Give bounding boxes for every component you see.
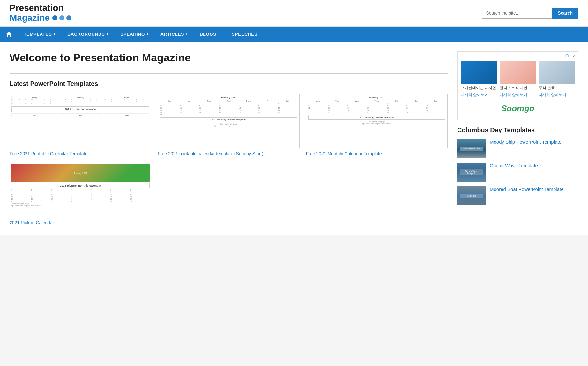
- nav-plus-blogs: +: [218, 32, 220, 37]
- columbus-item-ocean-wave[interactable]: Ocean Wave Template Ocean Wave Template: [457, 163, 578, 182]
- ad-item-2: 일러스트 디자인 자세히 알아보기: [500, 61, 536, 98]
- nav-item-articles[interactable]: ARTICLES +: [155, 27, 194, 41]
- ad-item-3: 주택 건축 자세히 알아보기: [539, 61, 575, 98]
- thumb-printable-cal: January SMTWTFS 12 3456789 February: [10, 94, 151, 148]
- nav-item-templates[interactable]: TEMPLATES +: [18, 27, 62, 41]
- main-wrapper: Welcome to Presentation Magazine Latest …: [0, 42, 588, 235]
- nav-label-backgrounds: BACKGROUNDS: [67, 32, 105, 37]
- ad-text-2: 일러스트 디자인: [500, 86, 536, 91]
- columbus-section: Columbus Day Templates Presentation Titl…: [457, 126, 578, 205]
- nav-plus-speaking: +: [146, 32, 149, 37]
- columbus-item-title-moody-ship: Moody Ship PowerPoint Template: [490, 139, 562, 145]
- nav-label-templates: TEMPLATES: [24, 32, 52, 37]
- nav-plus-articles: +: [185, 32, 188, 37]
- dot-2: [59, 15, 64, 20]
- nav-label-blogs: BLOGS: [200, 32, 216, 37]
- ad-text-3: 주택 건축: [539, 86, 575, 91]
- search-input[interactable]: [482, 8, 552, 19]
- ad-link-2[interactable]: 자세히 알아보기: [500, 92, 536, 98]
- nav-plus-speeches: +: [259, 32, 262, 37]
- columbus-thumb-ocean-wave: Ocean Wave Template: [457, 163, 486, 182]
- nav-home-button[interactable]: [0, 27, 18, 42]
- columbus-thumb-moored-boat: Boat Title: [457, 186, 486, 205]
- thumb-sunday-cal: January 2021 Sun Mon Tues Wed Thurs Fri …: [158, 94, 299, 148]
- ad-grid: 프레젠테이션 디자인 자세히 알아보기 일러스트 디자인 자세히 알아보기 주택…: [461, 61, 575, 98]
- columbus-item-moored-boat[interactable]: Boat Title Moored Boat PowerPoint Templa…: [457, 186, 578, 205]
- template-card-picture-cal[interactable]: January 2021 2021 picture monthly calend…: [10, 163, 151, 225]
- ad-item-1: 프레젠테이션 디자인 자세히 알아보기: [461, 61, 497, 98]
- thumb-monthly-cal: January 2021 Mon Tues Wed Thurs Fri Sat …: [306, 94, 448, 148]
- template-title-printable-cal: Free 2021 Printable Calendar Template: [10, 151, 151, 156]
- content-area: Welcome to Presentation Magazine Latest …: [0, 42, 588, 235]
- template-title-monthly-cal: Free 2021 Monthly Calendar Template: [306, 151, 448, 156]
- ad-image-2: [500, 61, 536, 84]
- ad-image-3: [539, 61, 575, 84]
- template-grid: January SMTWTFS 12 3456789 February: [10, 94, 448, 156]
- logo[interactable]: Presentation Magazine: [10, 3, 71, 23]
- template-title-sunday-cal: Free 2021 printable calendar template (S…: [158, 151, 299, 156]
- nav-item-speaking[interactable]: SPEAKING +: [115, 27, 155, 41]
- logo-bottom-text: Magazine: [10, 13, 50, 23]
- home-icon: [5, 30, 13, 38]
- nav-item-speeches[interactable]: SPEECHES +: [226, 27, 267, 41]
- dot-3: [66, 15, 71, 20]
- search-area: Search: [482, 8, 578, 19]
- nav-plus-backgrounds: +: [106, 32, 109, 37]
- template-card-sunday-cal[interactable]: January 2021 Sun Mon Tues Wed Thurs Fri …: [158, 94, 299, 156]
- ad-info-icon[interactable]: ⓘ: [565, 54, 569, 58]
- columbus-thumb-moody-ship: Presentation Title: [457, 139, 486, 158]
- nav-item-backgrounds[interactable]: BACKGROUNDS +: [62, 27, 115, 41]
- header: Presentation Magazine Search: [0, 0, 588, 27]
- nav-label-speeches: SPEECHES: [232, 32, 257, 37]
- ad-link-1[interactable]: 자세히 알아보기: [461, 92, 497, 98]
- nav-plus-templates: +: [53, 32, 56, 37]
- template-card-monthly-cal[interactable]: January 2021 Mon Tues Wed Thurs Fri Sat …: [306, 94, 448, 156]
- page-title: Welcome to Presentation Magazine: [10, 51, 448, 64]
- thumb-picture-cal: January 2021 2021 picture monthly calend…: [10, 163, 151, 217]
- soomgo-logo: Soomgo: [461, 100, 575, 117]
- dot-1: [52, 15, 57, 20]
- ad-close-button[interactable]: ×: [572, 54, 575, 59]
- template-title-picture-cal: 2021 Picture Calendar: [10, 220, 151, 225]
- main-content: Welcome to Presentation Magazine Latest …: [10, 51, 448, 225]
- section-divider: [10, 73, 448, 74]
- sidebar: ⓘ × 프레젠테이션 디자인 자세히 알아보기 일러스트 디자인 자세히 알아보…: [457, 51, 578, 225]
- logo-top: Presentation: [10, 3, 71, 13]
- columbus-item-moody-ship[interactable]: Presentation Title Moody Ship PowerPoint…: [457, 139, 578, 158]
- ad-text-1: 프레젠테이션 디자인: [461, 86, 497, 91]
- nav-label-speaking: SPEAKING: [120, 32, 145, 37]
- template-card-printable-cal[interactable]: January SMTWTFS 12 3456789 February: [10, 94, 151, 156]
- search-button[interactable]: Search: [552, 8, 578, 19]
- logo-dots: [52, 15, 71, 20]
- logo-bottom-row: Magazine: [10, 13, 71, 23]
- columbus-title: Columbus Day Templates: [457, 126, 578, 134]
- nav-item-blogs[interactable]: BLOGS +: [194, 27, 226, 41]
- ad-image-1: [461, 61, 497, 84]
- nav-label-articles: ARTICLES: [160, 32, 184, 37]
- ad-link-3[interactable]: 자세히 알아보기: [539, 92, 575, 98]
- ad-box: ⓘ × 프레젠테이션 디자인 자세히 알아보기 일러스트 디자인 자세히 알아보…: [457, 51, 578, 120]
- section-title: Latest PowerPoint Templates: [10, 80, 448, 88]
- columbus-item-title-ocean-wave: Ocean Wave Template: [490, 163, 538, 169]
- columbus-item-title-moored-boat: Moored Boat PowerPoint Template: [490, 186, 564, 193]
- template-single-row: January 2021 2021 picture monthly calend…: [10, 163, 448, 225]
- navbar: TEMPLATES + BACKGROUNDS + SPEAKING + ART…: [0, 27, 588, 42]
